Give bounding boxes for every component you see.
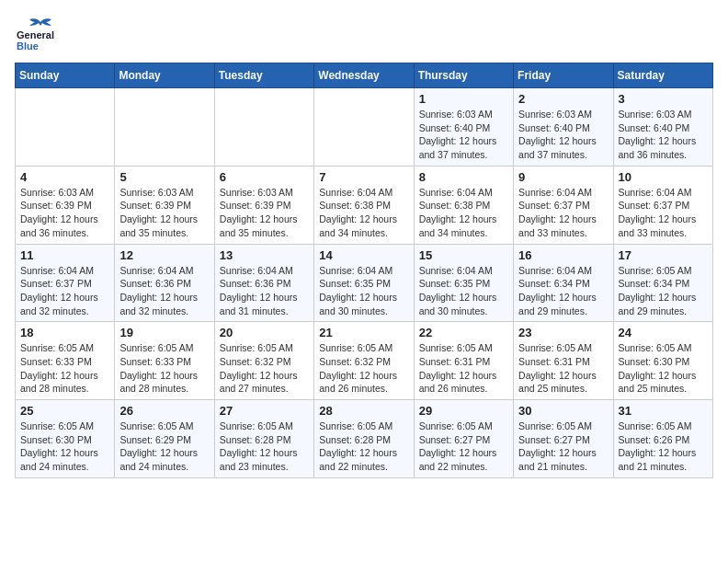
day-detail: Sunrise: 6:05 AM Sunset: 6:32 PM Dayligh…	[220, 341, 309, 396]
calendar-table: SundayMondayTuesdayWednesdayThursdayFrid…	[15, 63, 713, 478]
day-detail: Sunrise: 6:04 AM Sunset: 6:36 PM Dayligh…	[220, 264, 309, 318]
calendar-cell: 17Sunrise: 6:05 AM Sunset: 6:34 PM Dayli…	[613, 244, 712, 322]
calendar-cell: 11Sunrise: 6:04 AM Sunset: 6:37 PM Dayli…	[16, 244, 115, 322]
weekday-header: Friday	[514, 63, 613, 88]
day-detail: Sunrise: 6:05 AM Sunset: 6:28 PM Dayligh…	[319, 419, 408, 474]
day-detail: Sunrise: 6:04 AM Sunset: 6:38 PM Dayligh…	[419, 186, 508, 240]
calendar-cell: 22Sunrise: 6:05 AM Sunset: 6:31 PM Dayli…	[414, 322, 513, 400]
day-number: 6	[220, 170, 309, 184]
day-number: 25	[20, 404, 109, 418]
calendar-cell: 25Sunrise: 6:05 AM Sunset: 6:30 PM Dayli…	[16, 400, 115, 478]
day-number: 10	[619, 170, 708, 184]
day-detail: Sunrise: 6:05 AM Sunset: 6:27 PM Dayligh…	[419, 419, 508, 474]
day-number: 5	[119, 170, 209, 184]
day-number: 11	[20, 248, 109, 262]
day-detail: Sunrise: 6:05 AM Sunset: 6:32 PM Dayligh…	[319, 341, 408, 396]
day-number: 28	[319, 404, 408, 418]
day-number: 13	[220, 248, 309, 262]
calendar-cell: 3Sunrise: 6:03 AM Sunset: 6:40 PM Daylig…	[613, 88, 712, 167]
day-detail: Sunrise: 6:05 AM Sunset: 6:28 PM Dayligh…	[220, 419, 309, 474]
day-number: 4	[20, 170, 109, 184]
calendar-cell	[314, 88, 414, 167]
weekday-header: Wednesday	[314, 63, 414, 88]
day-number: 24	[619, 326, 708, 339]
day-detail: Sunrise: 6:05 AM Sunset: 6:30 PM Dayligh…	[619, 341, 708, 396]
weekday-header: Saturday	[613, 63, 712, 88]
day-number: 8	[419, 170, 508, 184]
day-detail: Sunrise: 6:05 AM Sunset: 6:34 PM Dayligh…	[619, 264, 708, 318]
day-detail: Sunrise: 6:03 AM Sunset: 6:40 PM Dayligh…	[619, 108, 708, 162]
day-detail: Sunrise: 6:03 AM Sunset: 6:40 PM Dayligh…	[419, 108, 508, 162]
day-detail: Sunrise: 6:03 AM Sunset: 6:40 PM Dayligh…	[518, 108, 608, 162]
calendar-week-row: 11Sunrise: 6:04 AM Sunset: 6:37 PM Dayli…	[16, 244, 713, 322]
calendar-cell: 12Sunrise: 6:04 AM Sunset: 6:36 PM Dayli…	[115, 244, 214, 322]
calendar-cell: 4Sunrise: 6:03 AM Sunset: 6:39 PM Daylig…	[16, 166, 115, 244]
day-detail: Sunrise: 6:04 AM Sunset: 6:37 PM Dayligh…	[518, 186, 608, 240]
day-detail: Sunrise: 6:05 AM Sunset: 6:31 PM Dayligh…	[518, 341, 608, 396]
day-detail: Sunrise: 6:05 AM Sunset: 6:27 PM Dayligh…	[518, 419, 608, 474]
day-number: 7	[319, 170, 408, 184]
day-number: 22	[419, 326, 508, 339]
day-number: 26	[119, 404, 209, 418]
calendar-cell: 28Sunrise: 6:05 AM Sunset: 6:28 PM Dayli…	[314, 400, 414, 478]
day-number: 1	[419, 92, 508, 106]
calendar-cell: 24Sunrise: 6:05 AM Sunset: 6:30 PM Dayli…	[613, 322, 712, 400]
logo: General Blue	[15, 15, 61, 52]
calendar-cell: 23Sunrise: 6:05 AM Sunset: 6:31 PM Dayli…	[514, 322, 613, 400]
calendar-cell	[214, 88, 313, 167]
day-detail: Sunrise: 6:05 AM Sunset: 6:26 PM Dayligh…	[619, 419, 708, 474]
calendar-cell: 26Sunrise: 6:05 AM Sunset: 6:29 PM Dayli…	[115, 400, 214, 478]
svg-text:Blue: Blue	[17, 40, 39, 52]
day-number: 2	[518, 92, 608, 106]
calendar-cell: 18Sunrise: 6:05 AM Sunset: 6:33 PM Dayli…	[16, 322, 115, 400]
day-number: 15	[419, 248, 508, 262]
calendar-cell: 20Sunrise: 6:05 AM Sunset: 6:32 PM Dayli…	[214, 322, 313, 400]
calendar-week-row: 25Sunrise: 6:05 AM Sunset: 6:30 PM Dayli…	[16, 400, 713, 478]
calendar-cell: 9Sunrise: 6:04 AM Sunset: 6:37 PM Daylig…	[514, 166, 613, 244]
svg-text:General: General	[17, 29, 54, 40]
day-number: 17	[619, 248, 708, 262]
day-number: 9	[518, 170, 608, 184]
day-number: 23	[518, 326, 608, 339]
calendar-cell: 30Sunrise: 6:05 AM Sunset: 6:27 PM Dayli…	[514, 400, 613, 478]
day-number: 3	[619, 92, 708, 106]
page-header: General Blue	[15, 15, 713, 52]
calendar-cell: 21Sunrise: 6:05 AM Sunset: 6:32 PM Dayli…	[314, 322, 414, 400]
day-detail: Sunrise: 6:04 AM Sunset: 6:35 PM Dayligh…	[319, 264, 408, 318]
calendar-cell: 16Sunrise: 6:04 AM Sunset: 6:34 PM Dayli…	[514, 244, 613, 322]
day-detail: Sunrise: 6:04 AM Sunset: 6:35 PM Dayligh…	[419, 264, 508, 318]
day-number: 27	[220, 404, 309, 418]
day-detail: Sunrise: 6:05 AM Sunset: 6:30 PM Dayligh…	[20, 419, 109, 474]
calendar-cell: 31Sunrise: 6:05 AM Sunset: 6:26 PM Dayli…	[613, 400, 712, 478]
calendar-cell: 6Sunrise: 6:03 AM Sunset: 6:39 PM Daylig…	[214, 166, 313, 244]
day-number: 29	[419, 404, 508, 418]
calendar-cell: 14Sunrise: 6:04 AM Sunset: 6:35 PM Dayli…	[314, 244, 414, 322]
day-detail: Sunrise: 6:04 AM Sunset: 6:36 PM Dayligh…	[119, 264, 209, 318]
calendar-cell	[16, 88, 115, 167]
weekday-header: Monday	[115, 63, 214, 88]
day-detail: Sunrise: 6:03 AM Sunset: 6:39 PM Dayligh…	[220, 186, 309, 240]
day-detail: Sunrise: 6:05 AM Sunset: 6:31 PM Dayligh…	[419, 341, 508, 396]
calendar-cell: 29Sunrise: 6:05 AM Sunset: 6:27 PM Dayli…	[414, 400, 513, 478]
calendar-cell: 27Sunrise: 6:05 AM Sunset: 6:28 PM Dayli…	[214, 400, 313, 478]
day-number: 30	[518, 404, 608, 418]
day-number: 16	[518, 248, 608, 262]
weekday-header: Tuesday	[214, 63, 313, 88]
calendar-cell: 1Sunrise: 6:03 AM Sunset: 6:40 PM Daylig…	[414, 88, 513, 167]
calendar-week-row: 1Sunrise: 6:03 AM Sunset: 6:40 PM Daylig…	[16, 88, 713, 167]
day-detail: Sunrise: 6:05 AM Sunset: 6:33 PM Dayligh…	[20, 341, 109, 396]
day-detail: Sunrise: 6:03 AM Sunset: 6:39 PM Dayligh…	[20, 186, 109, 240]
day-detail: Sunrise: 6:05 AM Sunset: 6:29 PM Dayligh…	[119, 419, 209, 474]
calendar-cell: 19Sunrise: 6:05 AM Sunset: 6:33 PM Dayli…	[115, 322, 214, 400]
calendar-cell	[115, 88, 214, 167]
day-number: 21	[319, 326, 408, 339]
day-number: 19	[119, 326, 209, 339]
calendar-week-row: 18Sunrise: 6:05 AM Sunset: 6:33 PM Dayli…	[16, 322, 713, 400]
calendar-cell: 10Sunrise: 6:04 AM Sunset: 6:37 PM Dayli…	[613, 166, 712, 244]
weekday-header: Thursday	[414, 63, 513, 88]
calendar-cell: 13Sunrise: 6:04 AM Sunset: 6:36 PM Dayli…	[214, 244, 313, 322]
weekday-header-row: SundayMondayTuesdayWednesdayThursdayFrid…	[16, 63, 713, 88]
day-detail: Sunrise: 6:04 AM Sunset: 6:37 PM Dayligh…	[20, 264, 109, 318]
day-detail: Sunrise: 6:03 AM Sunset: 6:39 PM Dayligh…	[119, 186, 209, 240]
calendar-cell: 7Sunrise: 6:04 AM Sunset: 6:38 PM Daylig…	[314, 166, 414, 244]
